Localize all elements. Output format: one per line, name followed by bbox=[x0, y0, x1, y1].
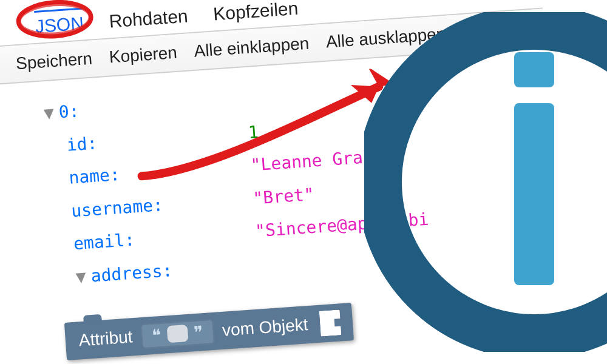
key-email: email: bbox=[73, 230, 135, 254]
key-address: address: bbox=[90, 260, 174, 286]
value-id: 1 bbox=[247, 115, 260, 149]
key-name: name: bbox=[68, 164, 120, 188]
open-quote-icon: ❝ bbox=[151, 325, 161, 346]
tilted-panel: JSON Rohdaten Kopfzeilen Speichern Kopie… bbox=[0, 0, 607, 299]
block-label-of-object: vom Objekt bbox=[222, 315, 308, 340]
tab-rawdata[interactable]: Rohdaten bbox=[109, 5, 189, 34]
json-tree: ▼0: id: 1 name: "Leanne Graham" username… bbox=[0, 39, 607, 299]
save-button[interactable]: Speichern bbox=[15, 49, 93, 74]
stage: JSON Rohdaten Kopfzeilen Speichern Kopie… bbox=[0, 0, 607, 364]
value-username: "Bret" bbox=[252, 178, 316, 215]
collapse-all-button[interactable]: Alle einklappen bbox=[194, 34, 310, 61]
block-notch-icon bbox=[83, 314, 102, 323]
key-id: id: bbox=[66, 133, 98, 155]
tab-json[interactable]: JSON bbox=[34, 7, 84, 39]
empty-input-icon[interactable] bbox=[166, 325, 188, 343]
block-string-slot[interactable]: ❝ ❞ bbox=[140, 318, 215, 348]
jigsaw-connector-icon bbox=[319, 309, 342, 336]
copy-button[interactable]: Kopieren bbox=[109, 43, 178, 67]
close-quote-icon: ❞ bbox=[193, 322, 203, 343]
caret-down-icon[interactable]: ▼ bbox=[75, 266, 87, 287]
key-username: username: bbox=[70, 195, 164, 221]
tab-headers[interactable]: Kopfzeilen bbox=[212, 0, 299, 27]
block-label-attribute: Attribut bbox=[78, 327, 134, 350]
blockly-attribute-block[interactable]: Attribut ❝ ❞ vom Objekt bbox=[64, 303, 354, 360]
caret-down-icon[interactable]: ▼ bbox=[43, 103, 55, 123]
expand-all-button[interactable]: Alle ausklappen bbox=[325, 24, 446, 52]
key-root: 0: bbox=[58, 101, 80, 122]
